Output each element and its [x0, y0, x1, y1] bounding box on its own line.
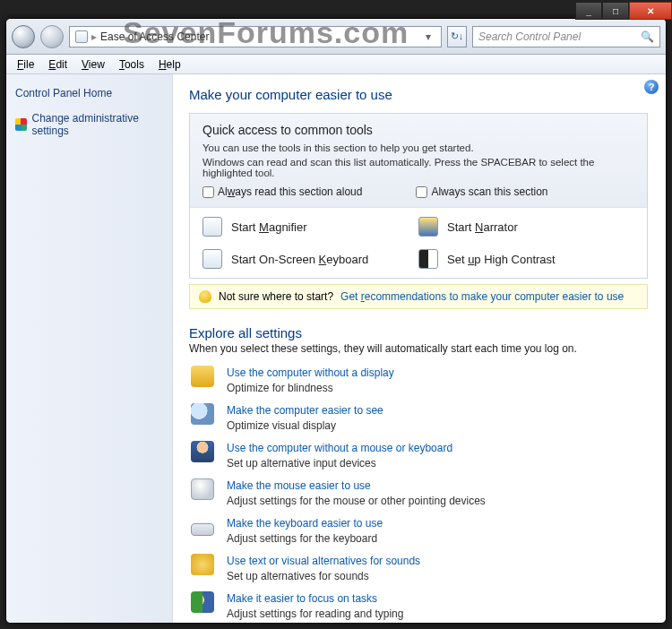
setting-easier-see: Make the computer easier to see Optimize… — [189, 401, 648, 432]
setting-no-display-link[interactable]: Use the computer without a display — [227, 366, 394, 379]
menu-tools[interactable]: Tools — [112, 56, 151, 73]
control-panel-icon — [75, 30, 88, 43]
main-content: ? Make your computer easier to use Quick… — [173, 74, 666, 623]
navigation-bar: ▸ Ease of Access Center ▾ ↻↓ Search Cont… — [6, 19, 666, 55]
tip-question: Not sure where to start? — [219, 290, 333, 303]
breadcrumb-location[interactable]: Ease of Access Center — [100, 30, 209, 43]
menu-bar: File Edit View Tools Help — [6, 55, 666, 74]
setting-focus: Make it easier to focus on tasks Adjust … — [189, 590, 648, 620]
setting-keyboard-desc: Adjust settings for the keyboard — [227, 532, 383, 545]
setting-sounds: Use text or visual alternatives for soun… — [189, 552, 648, 582]
admin-settings-label: Change administrative settings — [32, 112, 164, 137]
search-icon[interactable]: 🔍 — [641, 30, 654, 43]
window-close-button[interactable]: ✕ — [629, 2, 672, 20]
window-maximize-button[interactable]: □ — [602, 2, 629, 20]
setting-no-mouse-kbd: Use the computer without a mouse or keyb… — [189, 439, 648, 470]
menu-view[interactable]: View — [74, 56, 112, 73]
help-icon[interactable]: ? — [644, 80, 659, 94]
setting-focus-link[interactable]: Make it easier to focus on tasks — [227, 592, 377, 605]
menu-edit[interactable]: Edit — [41, 56, 74, 73]
nav-forward-button[interactable] — [40, 25, 64, 48]
checkbox-read-aloud-input[interactable] — [202, 186, 214, 198]
quick-access-title: Quick access to common tools — [202, 123, 634, 137]
quick-access-sub2: Windows can read and scan this list auto… — [202, 157, 634, 178]
admin-settings-link[interactable]: Change administrative settings — [15, 112, 163, 137]
address-dropdown-icon[interactable]: ▾ — [421, 30, 435, 43]
shield-icon — [15, 118, 27, 131]
setting-focus-desc: Adjust settings for reading and typing — [227, 607, 403, 620]
setting-easier-see-link[interactable]: Make the computer easier to see — [227, 404, 383, 417]
recommendations-link[interactable]: Get recommendations to make your compute… — [340, 290, 624, 303]
tool-start-osk[interactable]: Start On-Screen Keyboard — [202, 249, 418, 269]
menu-help[interactable]: Help — [151, 56, 188, 73]
setting-easier-see-desc: Optimize visual display — [227, 419, 383, 432]
setting-keyboard-link[interactable]: Make the keyboard easier to use — [227, 517, 383, 530]
refresh-button[interactable]: ↻↓ — [447, 26, 467, 47]
control-panel-home-link[interactable]: Control Panel Home — [15, 87, 163, 99]
explorer-window: SevenForums.com ▸ Ease of Access Center … — [5, 18, 667, 624]
setting-no-display: Use the computer without a display Optim… — [189, 364, 648, 394]
mouse-icon — [191, 478, 214, 500]
lightbulb-icon — [199, 290, 211, 303]
search-input[interactable]: Search Control Panel 🔍 — [472, 26, 660, 47]
address-bar[interactable]: ▸ Ease of Access Center ▾ — [69, 26, 442, 47]
menu-file[interactable]: File — [10, 56, 41, 73]
narrator-icon — [418, 217, 438, 237]
setting-mouse-desc: Adjust settings for the mouse or other p… — [227, 495, 486, 507]
quick-access-sub1: You can use the tools in this section to… — [202, 142, 634, 153]
checkbox-scan-section[interactable]: Always scan this section — [416, 185, 547, 198]
window-minimize-button[interactable]: _ — [575, 2, 602, 20]
recommendations-tip: Not sure where to start? Get recommendat… — [189, 284, 648, 309]
setting-no-mouse-kbd-link[interactable]: Use the computer without a mouse or keyb… — [227, 442, 452, 454]
page-title: Make your computer easier to use — [189, 87, 648, 102]
nav-back-button[interactable] — [12, 25, 35, 48]
setting-no-mouse-kbd-desc: Set up alternative input devices — [227, 457, 452, 470]
setting-sounds-link[interactable]: Use text or visual alternatives for soun… — [227, 555, 420, 567]
person-icon — [191, 441, 214, 462]
tool-start-narrator[interactable]: Start Narrator — [418, 217, 634, 237]
setting-sounds-desc: Set up alternatives for sounds — [227, 570, 420, 582]
sidebar: Control Panel Home Change administrative… — [6, 74, 173, 623]
setting-mouse: Make the mouse easier to use Adjust sett… — [189, 477, 648, 507]
setting-keyboard: Make the keyboard easier to use Adjust s… — [189, 514, 648, 545]
breadcrumb-separator-icon: ▸ — [91, 30, 97, 43]
person-window-icon — [191, 591, 214, 613]
explore-title: Explore all settings — [189, 325, 648, 340]
keyboard-flat-icon — [191, 523, 214, 536]
tool-start-magnifier[interactable]: Start Magnifier — [202, 217, 418, 237]
magnifier-icon — [202, 217, 222, 237]
monitor-icon — [191, 366, 214, 387]
quick-access-box: Quick access to common tools You can use… — [189, 113, 648, 279]
magnifying-glass-icon — [191, 403, 214, 425]
search-placeholder: Search Control Panel — [478, 30, 581, 43]
speech-bubble-icon — [191, 554, 214, 575]
contrast-icon — [418, 249, 438, 269]
checkbox-scan-section-input[interactable] — [416, 186, 427, 198]
checkbox-read-aloud[interactable]: Always read this section aloud — [202, 185, 362, 198]
explore-subtitle: When you select these settings, they wil… — [189, 342, 648, 355]
setting-no-display-desc: Optimize for blindness — [227, 382, 394, 394]
setting-mouse-link[interactable]: Make the mouse easier to use — [227, 479, 371, 492]
tool-high-contrast[interactable]: Set up High Contrast — [418, 249, 634, 269]
keyboard-icon — [202, 249, 222, 269]
